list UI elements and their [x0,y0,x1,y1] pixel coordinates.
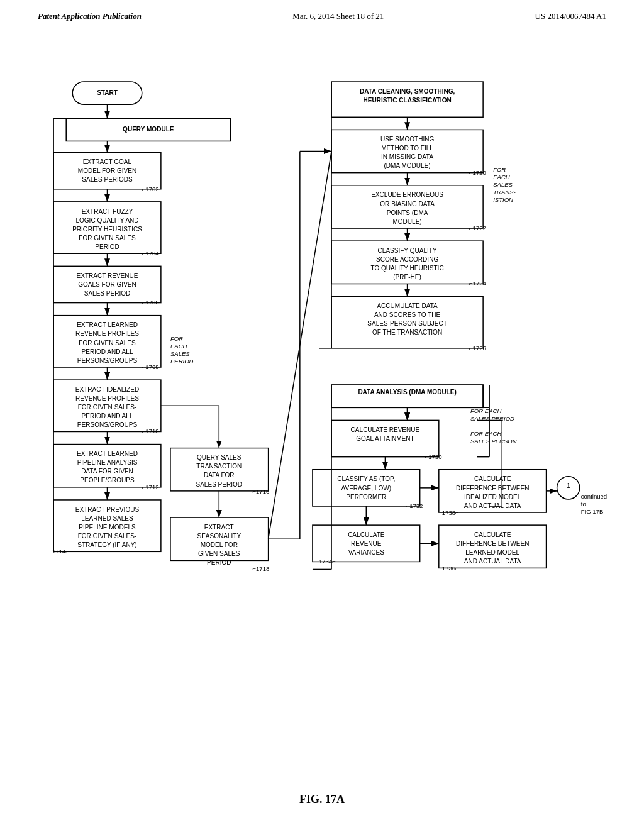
svg-text:DIFFERENCE BETWEEN: DIFFERENCE BETWEEN [456,540,529,547]
svg-text:⌐1726: ⌐1726 [469,345,486,351]
svg-text:EXTRACT LEARNED: EXTRACT LEARNED [77,321,138,328]
svg-text:TRANS-: TRANS- [493,189,515,196]
svg-text:LEARNED MODEL: LEARNED MODEL [465,549,519,556]
flowchart-svg: START QUERY MODULE EXTRACT GOAL MODEL FO… [35,75,609,808]
svg-text:CLASSIFY QUALITY: CLASSIFY QUALITY [378,247,437,254]
svg-text:to: to [581,501,586,507]
svg-text:IN MISSING DATA: IN MISSING DATA [381,153,434,160]
svg-text:EXTRACT REVENUE: EXTRACT REVENUE [77,272,138,279]
figure-caption: FIG. 17A [0,793,644,806]
svg-text:METHOD TO FILL: METHOD TO FILL [381,145,433,152]
svg-text:CALCULATE REVENUE: CALCULATE REVENUE [351,426,420,433]
svg-text:PIPELINE MODELS: PIPELINE MODELS [79,524,136,531]
svg-text:EACH: EACH [493,174,510,180]
svg-text:FOR: FOR [170,335,183,342]
svg-text:⌐1732: ⌐1732 [406,502,423,509]
svg-text:VARIANCES: VARIANCES [348,549,385,556]
svg-text:⌐1706: ⌐1706 [142,299,159,306]
flowchart-diagram: START QUERY MODULE EXTRACT GOAL MODEL FO… [35,75,609,780]
svg-text:SALES PERIOD: SALES PERIOD [84,290,131,297]
svg-text:PERSONS/GROUPS: PERSONS/GROUPS [77,357,138,364]
svg-text:EACH: EACH [170,343,187,350]
svg-text:IDEALIZED MODEL: IDEALIZED MODEL [464,494,521,501]
svg-text:START: START [97,89,118,96]
svg-text:MODEL FOR: MODEL FOR [201,541,238,548]
svg-text:⌐1712: ⌐1712 [142,484,159,490]
svg-text:SALES-PERSON SUBJECT: SALES-PERSON SUBJECT [367,320,447,327]
svg-text:⌐1720: ⌐1720 [469,169,486,176]
svg-text:FOR GIVEN SALES-: FOR GIVEN SALES- [78,533,137,540]
svg-text:FOR GIVEN SALES: FOR GIVEN SALES [79,235,136,241]
svg-text:LOGIC QUALITY AND: LOGIC QUALITY AND [75,217,138,224]
svg-text:DATA FOR: DATA FOR [204,472,235,479]
svg-text:FOR: FOR [493,166,506,173]
patent-number: US 2014/0067484 A1 [535,11,606,21]
svg-text:EXTRACT LEARNED: EXTRACT LEARNED [77,450,138,457]
svg-text:HEURISTIC CLASSIFICATION: HEURISTIC CLASSIFICATION [363,97,451,104]
svg-text:QUERY MODULE: QUERY MODULE [123,126,174,133]
svg-text:(PRE-HE): (PRE-HE) [393,274,421,280]
svg-text:EXTRACT PREVIOUS: EXTRACT PREVIOUS [75,506,140,513]
svg-text:⌐1704: ⌐1704 [142,250,159,257]
svg-text:EXCLUDE ERRONEOUS: EXCLUDE ERRONEOUS [371,191,443,198]
svg-text:GOAL ATTAINMENT: GOAL ATTAINMENT [356,435,414,442]
svg-text:SALES: SALES [170,350,190,357]
publication-label: Patent Application Publication [38,11,142,21]
svg-text:1736⌐: 1736⌐ [442,565,459,572]
svg-text:(DMA MODULE): (DMA MODULE) [384,162,431,169]
svg-text:1734⌐: 1734⌐ [319,558,336,565]
svg-text:PRIORITY HEURISTICS: PRIORITY HEURISTICS [72,226,142,233]
svg-text:MODULE): MODULE) [392,218,421,225]
svg-text:STRATEGY (IF ANY): STRATEGY (IF ANY) [77,541,136,548]
svg-text:FOR GIVEN SALES-: FOR GIVEN SALES- [78,404,137,411]
svg-text:GOALS FOR GIVEN: GOALS FOR GIVEN [78,281,136,288]
svg-text:⌐1724: ⌐1724 [469,280,486,287]
svg-text:⌐1730: ⌐1730 [425,453,442,460]
svg-text:PERFORMER: PERFORMER [346,494,386,501]
sheet-info: Mar. 6, 2014 Sheet 18 of 21 [292,11,384,21]
svg-text:DIFFERENCE BETWEEN: DIFFERENCE BETWEEN [456,485,529,492]
svg-text:GIVEN SALES: GIVEN SALES [198,550,240,557]
svg-text:AND ACTUAL DATA: AND ACTUAL DATA [464,558,521,565]
svg-text:PERIOD AND ALL: PERIOD AND ALL [82,348,133,355]
svg-text:PERIOD: PERIOD [207,559,231,566]
svg-text:FOR EACH: FOR EACH [470,430,501,437]
svg-text:AND ACTUAL DATA: AND ACTUAL DATA [464,502,521,509]
svg-text:1: 1 [567,482,570,489]
svg-text:CALCULATE: CALCULATE [474,531,511,538]
svg-text:FIG 17B: FIG 17B [581,508,604,515]
svg-text:FOR GIVEN SALES: FOR GIVEN SALES [79,340,136,346]
svg-text:SALES PERIODS: SALES PERIODS [82,176,133,183]
svg-text:POINTS (DMA: POINTS (DMA [387,209,428,216]
svg-text:AVERAGE, LOW): AVERAGE, LOW) [341,485,392,492]
svg-text:PERIOD: PERIOD [170,358,194,365]
svg-text:SALES: SALES [493,181,513,188]
svg-text:REVENUE: REVENUE [351,540,382,547]
svg-text:DATA CLEANING, SMOOTHING,: DATA CLEANING, SMOOTHING, [360,88,455,95]
svg-text:PERIOD: PERIOD [95,243,119,250]
svg-text:QUERY SALES: QUERY SALES [197,454,242,461]
svg-text:⌐1708: ⌐1708 [142,363,159,370]
svg-text:DATA ANALYSIS (DMA MODULE): DATA ANALYSIS (DMA MODULE) [358,389,456,396]
svg-text:SALES PERIOD: SALES PERIOD [470,415,514,422]
svg-text:EXTRACT IDEALIZED: EXTRACT IDEALIZED [75,386,139,393]
svg-text:FOR EACH: FOR EACH [470,407,501,414]
svg-text:TRANSACTION: TRANSACTION [196,463,242,470]
svg-text:ACCUMULATE DATA: ACCUMULATE DATA [377,302,438,309]
svg-text:PIPELINE ANALYSIS: PIPELINE ANALYSIS [77,459,138,466]
svg-text:OR BIASING DATA: OR BIASING DATA [380,201,435,208]
svg-text:PEOPLE/GROUPS: PEOPLE/GROUPS [80,477,135,484]
svg-text:CALCULATE: CALCULATE [348,531,385,538]
svg-text:SALES PERSON: SALES PERSON [470,438,517,445]
svg-text:ISTION: ISTION [493,196,513,203]
svg-text:REVENUE PROFILES: REVENUE PROFILES [75,395,139,402]
svg-text:⌐1716: ⌐1716 [253,488,270,495]
svg-text:MODEL FOR GIVEN: MODEL FOR GIVEN [78,167,136,174]
svg-text:1738⌐: 1738⌐ [442,509,459,516]
svg-text:⌐1710: ⌐1710 [142,428,159,434]
svg-text:LEARNED SALES: LEARNED SALES [81,515,133,522]
svg-text:⌐1718: ⌐1718 [253,565,270,572]
svg-text:PERIOD AND ALL: PERIOD AND ALL [82,412,133,419]
svg-text:CALCULATE: CALCULATE [474,475,511,482]
svg-text:SALES PERIOD: SALES PERIOD [196,481,242,488]
